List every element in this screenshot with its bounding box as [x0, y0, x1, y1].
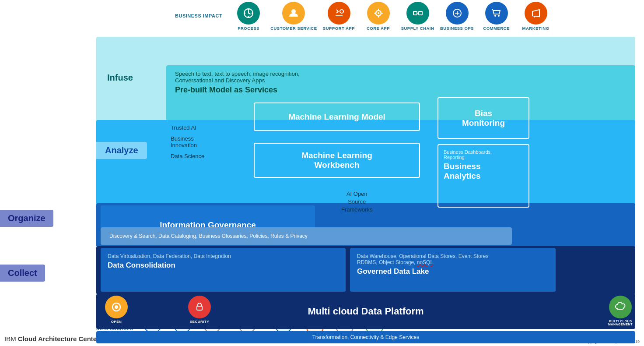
ml-model-box: Machine Learning Model: [254, 102, 420, 131]
svg-point-2: [248, 16, 249, 18]
collect-label: Collect: [0, 265, 45, 282]
process-icon-item: PROCESS: [231, 2, 266, 31]
prebuilt-small-text: Speech to text, text to speech, image re…: [175, 71, 626, 84]
process-icon: [237, 2, 260, 25]
open-label: OPEN: [111, 320, 122, 324]
analyze-left-content: Trusted AI BusinessInnovation Data Scien…: [171, 122, 249, 162]
commerce-label: COMMERCE: [483, 26, 509, 31]
bias-monitoring-text: BiasMonitoring: [462, 109, 505, 128]
analyze-label: Analyze: [96, 142, 147, 159]
ibm-logo: IBM Cloud Architecture Center: [4, 335, 99, 342]
cloud-mgmt-icon: [609, 296, 632, 318]
supply-chain-label: SUPPLY CHAIN: [401, 26, 434, 31]
business-ops-label: BUSINESS OPS: [440, 26, 474, 31]
svg-point-8: [378, 12, 379, 14]
commerce-icon-item: COMMERCE: [479, 2, 514, 31]
security-icon: [188, 296, 211, 318]
svg-point-3: [244, 12, 245, 14]
svg-point-6: [340, 10, 343, 13]
svg-rect-10: [419, 11, 422, 15]
customer-service-icon-item: CUSTOMER SERVICE: [270, 2, 317, 31]
bias-monitoring-box: BiasMonitoring: [438, 97, 529, 139]
svg-point-5: [291, 9, 296, 14]
supply-chain-icon: [406, 2, 429, 25]
data-lake-small: Data Warehouse, Operational Data Stores,…: [357, 253, 549, 265]
core-app-icon-item: CORE APP: [361, 2, 396, 31]
process-label: PROCESS: [238, 26, 259, 31]
security-label: SECURITY: [190, 320, 209, 324]
infuse-label: Infuse: [96, 69, 144, 86]
data-consol-large: Data Consolidation: [108, 261, 339, 270]
svg-point-4: [252, 12, 253, 14]
open-icon: [105, 296, 128, 318]
support-app-icon: [328, 2, 350, 25]
supply-chain-icon-item: SUPPLY CHAIN: [400, 2, 435, 31]
svg-point-15: [115, 305, 118, 309]
data-lake-large: Governed Data Lake: [357, 267, 549, 276]
ml-model-text: Machine Learning Model: [288, 112, 385, 122]
multicloud-mgmt-label: MULTI CLOUDMANAGEMENT: [608, 320, 633, 326]
marketing-icon-item: MARKETING: [518, 2, 553, 31]
support-app-icon-item: SUPPORT APP: [322, 2, 357, 31]
business-impact-label: BUSINESS IMPACT: [175, 13, 222, 19]
svg-point-1: [248, 8, 249, 10]
multicloud-text: Multi cloud Data Platform: [308, 306, 424, 317]
discovery-text: Discovery & Search, Data Cataloging, Bus…: [109, 233, 308, 239]
business-analytics-box: Business Dashboards,Reporting BusinessAn…: [438, 144, 529, 208]
customer-service-label: CUSTOMER SERVICE: [270, 26, 317, 31]
customer-service-icon: [282, 2, 305, 25]
data-science-label: Data Science: [171, 151, 249, 162]
governed-data-lake-box: Data Warehouse, Operational Data Stores,…: [350, 248, 556, 292]
top-icons-row: BUSINESS IMPACT PROCESS CUSTOMER SERVICE…: [0, 0, 644, 32]
ml-workbench-box: Machine LearningWorkbench: [254, 143, 420, 178]
marketing-icon: [525, 2, 547, 25]
svg-point-12: [494, 15, 496, 17]
multicloud-bar: Multi cloud Data Platform: [96, 294, 635, 329]
data-consolidation-box: Data Virtualization, Data Federation, Da…: [101, 248, 346, 292]
multicloud-mgmt-icon: MULTI CLOUDMANAGEMENT: [608, 296, 633, 326]
diagram-area: Infuse Speech to text, text to speech, i…: [0, 32, 644, 320]
trusted-ai-label: Trusted AI: [171, 122, 249, 133]
support-app-label: SUPPORT APP: [323, 26, 355, 31]
prebuilt-large-text: Pre-built Model as Services: [175, 85, 626, 95]
organize-label: Organize: [0, 210, 53, 227]
business-ops-icon-item: BUSINESS OPS: [440, 2, 475, 31]
biz-analytics-small: Business Dashboards,Reporting: [444, 149, 523, 160]
transform-bar: Transformation, Connectivity & Edge Serv…: [96, 331, 635, 343]
data-consol-small: Data Virtualization, Data Federation, Da…: [108, 253, 339, 259]
svg-rect-9: [413, 11, 417, 15]
biz-analytics-large: BusinessAnalytics: [444, 162, 523, 181]
core-app-label: CORE APP: [367, 26, 390, 31]
ai-opensource-text: AI OpenSourceFrameworks: [341, 190, 373, 214]
open-platform-icon: OPEN: [105, 296, 128, 324]
transform-text: Transformation, Connectivity & Edge Serv…: [312, 334, 419, 340]
svg-point-13: [498, 15, 500, 17]
security-platform-icon: SECURITY: [188, 296, 211, 324]
core-app-icon: [367, 2, 390, 25]
marketing-label: MARKETING: [522, 26, 550, 31]
discovery-row: Discovery & Search, Data Cataloging, Bus…: [101, 227, 512, 245]
ml-workbench-text: Machine LearningWorkbench: [301, 151, 372, 170]
svg-rect-16: [197, 306, 202, 310]
ibm-logo-text: Cloud Architecture Center: [18, 335, 99, 342]
commerce-icon: [485, 2, 508, 25]
business-innovation-label: BusinessInnovation: [171, 133, 249, 151]
business-ops-icon: [446, 2, 469, 25]
